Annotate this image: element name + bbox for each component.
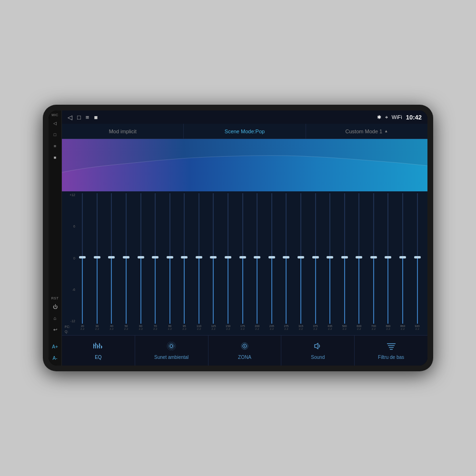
slider-handle-110[interactable] (196, 256, 202, 258)
slider-col-920[interactable] (410, 193, 425, 324)
slider-track-70[interactable] (155, 193, 156, 324)
slider-col-375[interactable] (308, 193, 323, 324)
slider-track-275[interactable] (286, 193, 287, 324)
slider-col-60[interactable] (133, 193, 148, 324)
slider-col-30[interactable] (90, 193, 105, 324)
slider-track-30[interactable] (97, 193, 98, 324)
slider-col-860[interactable] (396, 193, 410, 324)
nav-zona[interactable]: ZONA (208, 336, 282, 366)
slider-handle-235[interactable] (268, 256, 275, 258)
slider-handle-30[interactable] (94, 256, 100, 258)
slider-handle-40[interactable] (108, 256, 115, 258)
menu-button[interactable]: ≡ (50, 141, 60, 151)
vol-down-button[interactable]: A- (50, 353, 60, 363)
slider-fill-60 (140, 256, 141, 324)
slider-track-435[interactable] (329, 193, 330, 324)
slider-track-125[interactable] (213, 193, 214, 324)
slider-col-150[interactable] (221, 193, 236, 324)
nav-back-icon[interactable]: ◁ (68, 114, 72, 121)
slider-handle-150[interactable] (225, 256, 231, 258)
slider-handle-95[interactable] (181, 256, 188, 258)
slider-track-175[interactable] (242, 193, 243, 324)
nav-menu-icon[interactable]: ≡ (86, 114, 89, 121)
slider-col-200[interactable] (250, 193, 265, 324)
slider-handle-700[interactable] (370, 256, 377, 258)
slider-col-80[interactable] (162, 193, 177, 324)
status-right-icons: ✱ ⌖ WiFi 10:42 (377, 114, 422, 121)
slider-handle-20[interactable] (79, 256, 86, 258)
tab-mod-implicit[interactable]: Mod implicit (62, 124, 184, 139)
slider-col-800[interactable] (381, 193, 396, 324)
freq-label-60: 602.2 (133, 325, 148, 334)
slider-track-860[interactable] (402, 193, 403, 324)
slider-handle-50[interactable] (123, 256, 129, 258)
slider-handle-125[interactable] (210, 256, 217, 258)
slider-handle-500[interactable] (341, 256, 348, 258)
slider-handle-70[interactable] (152, 256, 159, 258)
slider-handle-860[interactable] (399, 256, 406, 258)
slider-track-60[interactable] (140, 193, 141, 324)
freq-label-235: 2352.2 (265, 325, 279, 334)
slider-col-125[interactable] (206, 193, 221, 324)
nav-eq[interactable]: EQ (62, 336, 135, 366)
stop-button[interactable]: ■ (50, 153, 60, 162)
slider-track-80[interactable] (169, 193, 170, 324)
slider-col-70[interactable] (148, 193, 163, 324)
slider-handle-200[interactable] (254, 256, 260, 258)
nav-sunet-ambiental[interactable]: Sunet ambiental (135, 336, 208, 366)
slider-col-20[interactable] (75, 193, 90, 324)
slider-track-500[interactable] (344, 193, 345, 324)
slider-col-315[interactable] (294, 193, 308, 324)
slider-track-200[interactable] (257, 193, 258, 324)
slider-fill-50 (126, 256, 127, 324)
home-circle-button[interactable]: ⌂ (50, 313, 60, 323)
slider-handle-80[interactable] (167, 256, 173, 258)
nav-stop-icon[interactable]: ■ (94, 114, 98, 121)
slider-col-700[interactable] (367, 193, 381, 324)
slider-track-800[interactable] (387, 193, 388, 324)
slider-track-600[interactable] (358, 193, 359, 324)
slider-track-235[interactable] (271, 193, 272, 324)
slider-track-375[interactable] (315, 193, 316, 324)
slider-track-40[interactable] (111, 193, 112, 324)
slider-track-20[interactable] (82, 193, 83, 324)
slider-col-600[interactable] (352, 193, 367, 324)
back-arrow-button[interactable]: ↩ (50, 325, 60, 334)
slider-track-700[interactable] (373, 193, 374, 324)
tab-scene-mode[interactable]: Scene Mode:Pop (184, 124, 306, 139)
slider-col-435[interactable] (323, 193, 337, 324)
slider-handle-60[interactable] (138, 256, 144, 258)
slider-col-40[interactable] (104, 193, 119, 324)
slider-handle-275[interactable] (283, 256, 289, 258)
q-value-600: 2.2 (352, 327, 367, 330)
slider-track-50[interactable] (126, 193, 127, 324)
slider-track-920[interactable] (417, 193, 418, 324)
back-button[interactable]: ◁ (50, 119, 60, 128)
nav-home-icon[interactable]: □ (77, 114, 81, 121)
nav-sound[interactable]: Sound (281, 336, 355, 366)
nav-filtru-bas[interactable]: Filtru de bas (355, 336, 427, 366)
slider-handle-315[interactable] (298, 256, 304, 258)
slider-handle-800[interactable] (385, 256, 391, 258)
slider-handle-920[interactable] (414, 256, 421, 258)
vol-up-button[interactable]: A+ (50, 342, 60, 351)
slider-handle-435[interactable] (327, 256, 333, 258)
slider-col-500[interactable] (337, 193, 352, 324)
slider-col-175[interactable] (235, 193, 250, 324)
slider-handle-600[interactable] (356, 256, 362, 258)
slider-track-110[interactable] (198, 193, 199, 324)
slider-col-235[interactable] (265, 193, 279, 324)
power-button[interactable]: ⏻ (50, 302, 60, 311)
slider-col-110[interactable] (192, 193, 207, 324)
home-button[interactable]: □ (50, 130, 60, 139)
slider-col-275[interactable] (279, 193, 294, 324)
slider-track-150[interactable] (228, 193, 228, 324)
slider-handle-375[interactable] (312, 256, 319, 258)
slider-track-315[interactable] (300, 193, 301, 324)
slider-handle-175[interactable] (239, 256, 246, 258)
status-nav-buttons: ◁ □ ≡ ■ (68, 114, 98, 121)
slider-track-95[interactable] (184, 193, 185, 324)
slider-col-50[interactable] (119, 193, 134, 324)
tab-custom-mode[interactable]: Custom Mode 1 ▲ (306, 124, 427, 139)
slider-col-95[interactable] (177, 193, 192, 324)
